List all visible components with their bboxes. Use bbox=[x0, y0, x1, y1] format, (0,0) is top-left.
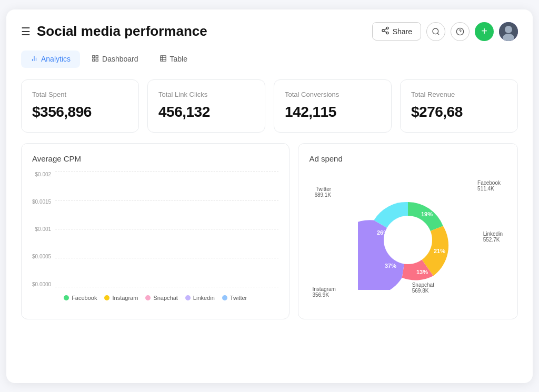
y-label-1: $0.0015 bbox=[32, 199, 51, 205]
pct-facebook: 19% bbox=[421, 211, 433, 217]
share-label: Share bbox=[393, 27, 412, 36]
help-button[interactable] bbox=[451, 22, 470, 41]
tabs-nav: Analytics Dashboard Table bbox=[21, 51, 518, 68]
svg-rect-12 bbox=[93, 55, 95, 57]
legend-dot-twitter bbox=[222, 295, 227, 300]
stat-card-spent: Total Spent $356,896 bbox=[21, 79, 139, 133]
legend-dot-instagram bbox=[104, 295, 109, 300]
svg-line-6 bbox=[437, 33, 439, 35]
avatar-image bbox=[499, 22, 518, 41]
share-icon bbox=[381, 26, 390, 36]
legend-label-facebook: Facebook bbox=[72, 295, 97, 301]
legend-label-snapchat: Snapchat bbox=[153, 295, 177, 301]
y-label-3: $0.0005 bbox=[32, 254, 51, 259]
header: ☰ Social media performance Share + bbox=[21, 22, 518, 41]
donut-segments bbox=[358, 202, 448, 289]
tab-analytics-label: Analytics bbox=[41, 55, 71, 63]
stat-value-clicks: 456,132 bbox=[158, 104, 254, 120]
tab-table[interactable]: Table bbox=[150, 51, 197, 68]
svg-point-5 bbox=[433, 28, 438, 34]
bars-row bbox=[55, 172, 278, 287]
donut-label-twitter-value: 689.1K bbox=[314, 192, 331, 198]
pct-twitter: 26% bbox=[377, 229, 388, 236]
search-button[interactable] bbox=[426, 22, 445, 41]
donut-hole bbox=[384, 216, 432, 264]
donut-chart-card: Ad spend Twitter 689.1K Facebook 511.4K bbox=[298, 143, 518, 319]
stat-card-revenue: Total Revenue $276,68 bbox=[400, 79, 518, 133]
bar-chart-y-labels: $0.002 $0.0015 $0.001 $0.0005 $0.0000 bbox=[32, 172, 51, 287]
pct-snapchat: 13% bbox=[416, 269, 428, 275]
legend-dot-facebook bbox=[64, 295, 69, 300]
legend-linkedin: Linkedin bbox=[185, 295, 215, 301]
analytics-icon bbox=[31, 55, 38, 64]
legend-label-instagram: Instagram bbox=[112, 295, 138, 301]
share-button[interactable]: Share bbox=[372, 22, 421, 41]
bar-chart-body bbox=[55, 172, 278, 287]
bar-chart-legend: Facebook Instagram Snapchat Linkedin Twi… bbox=[32, 295, 278, 301]
legend-label-twitter: Twitter bbox=[230, 295, 247, 301]
avatar[interactable] bbox=[499, 22, 518, 41]
stat-value-conversions: 142,115 bbox=[285, 104, 381, 120]
add-button[interactable]: + bbox=[475, 22, 494, 41]
legend-facebook: Facebook bbox=[64, 295, 97, 301]
charts-row: Average CPM $0.002 $0.0015 $0.001 $0.000… bbox=[21, 143, 518, 319]
y-label-2: $0.001 bbox=[32, 226, 51, 232]
svg-point-2 bbox=[386, 32, 388, 34]
svg-rect-14 bbox=[93, 59, 95, 61]
legend-instagram: Instagram bbox=[104, 295, 138, 301]
add-icon: + bbox=[481, 25, 487, 37]
bar-chart-card: Average CPM $0.002 $0.0015 $0.001 $0.000… bbox=[21, 143, 290, 319]
bar-chart-area: $0.002 $0.0015 $0.001 $0.0005 $0.0000 bbox=[32, 172, 278, 287]
donut-label-twitter-name: Twitter bbox=[314, 186, 331, 192]
pct-instagram: 37% bbox=[385, 263, 396, 269]
stat-card-conversions: Total Conversions 142,115 bbox=[274, 79, 392, 133]
stat-label-conversions: Total Conversions bbox=[285, 91, 381, 98]
stat-value-revenue: $276,68 bbox=[411, 104, 507, 120]
stat-label-revenue: Total Revenue bbox=[411, 91, 507, 98]
donut-svg: 19% 21% 13% 37% 26% bbox=[358, 190, 458, 290]
svg-rect-15 bbox=[96, 59, 98, 61]
donut-label-facebook-name: Facebook bbox=[477, 180, 501, 186]
y-label-0: $0.002 bbox=[32, 172, 51, 177]
donut-chart-title: Ad spend bbox=[309, 154, 507, 163]
donut-label-facebook-value: 511.4K bbox=[477, 186, 501, 192]
legend-dot-linkedin bbox=[185, 295, 191, 300]
app-container: ☰ Social media performance Share + bbox=[6, 9, 533, 383]
donut-label-instagram-name: Instagram bbox=[312, 286, 335, 292]
pct-linkedin: 21% bbox=[434, 248, 445, 254]
stat-value-spent: $356,896 bbox=[32, 104, 128, 120]
bar-chart-title: Average CPM bbox=[32, 154, 278, 163]
y-label-4: $0.0000 bbox=[32, 282, 51, 287]
svg-line-4 bbox=[384, 28, 386, 30]
stat-label-clicks: Total Link Clicks bbox=[158, 91, 254, 98]
tab-analytics[interactable]: Analytics bbox=[21, 51, 80, 68]
header-actions: Share + bbox=[372, 22, 518, 41]
legend-label-linkedin: Linkedin bbox=[193, 295, 215, 301]
donut-label-twitter: Twitter 689.1K bbox=[314, 186, 331, 198]
tab-dashboard[interactable]: Dashboard bbox=[82, 51, 148, 68]
svg-point-1 bbox=[382, 29, 384, 32]
stat-label-spent: Total Spent bbox=[32, 91, 128, 98]
legend-dot-snapchat bbox=[145, 295, 151, 300]
dashboard-icon bbox=[92, 55, 99, 64]
donut-label-facebook: Facebook 511.4K bbox=[477, 180, 501, 192]
donut-label-linkedin-value: 552.7K bbox=[483, 237, 503, 243]
donut-label-instagram: Instagram 356.9K bbox=[312, 286, 335, 298]
legend-snapchat: Snapchat bbox=[145, 295, 177, 301]
stat-card-clicks: Total Link Clicks 456,132 bbox=[147, 79, 265, 133]
header-left: ☰ Social media performance bbox=[21, 23, 207, 39]
page-title: Social media performance bbox=[37, 23, 207, 39]
table-icon bbox=[159, 55, 167, 64]
donut-label-linkedin-name: Linkedin bbox=[483, 231, 503, 237]
svg-rect-16 bbox=[160, 55, 166, 61]
legend-twitter: Twitter bbox=[222, 295, 247, 301]
svg-line-3 bbox=[384, 31, 386, 33]
menu-icon[interactable]: ☰ bbox=[21, 25, 31, 38]
tab-table-label: Table bbox=[170, 55, 187, 63]
tab-dashboard-label: Dashboard bbox=[102, 55, 138, 63]
svg-point-0 bbox=[386, 27, 388, 29]
donut-label-instagram-value: 356.9K bbox=[312, 292, 335, 298]
stat-cards: Total Spent $356,896 Total Link Clicks 4… bbox=[21, 79, 518, 133]
svg-rect-13 bbox=[96, 55, 98, 57]
svg-point-10 bbox=[505, 26, 512, 33]
